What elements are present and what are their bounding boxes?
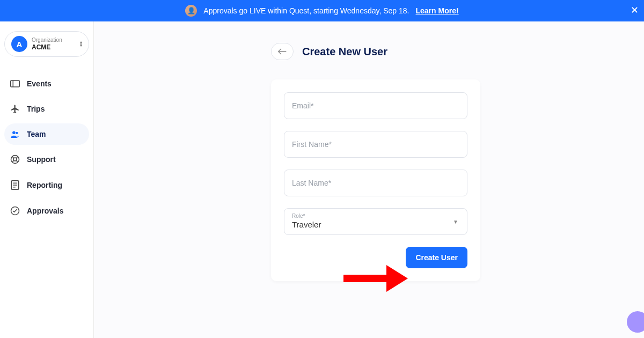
sidebar-item-events[interactable]: Events [4, 73, 89, 94]
sidebar-item-trips[interactable]: Trips [4, 98, 89, 120]
chevron-updown-icon: ▴▾ [80, 41, 82, 48]
sidebar-item-label: Trips [27, 105, 45, 113]
lastname-field[interactable] [284, 170, 467, 196]
document-icon [10, 180, 20, 190]
sidebar-item-support[interactable]: Support [4, 148, 89, 171]
chat-bubble-icon[interactable] [627, 311, 644, 333]
sidebar: A Organization ACME ▴▾ Events Trips [0, 21, 94, 338]
svg-point-2 [16, 132, 18, 134]
role-select-label: Role* [292, 213, 459, 219]
banner-text: Approvals go LIVE within Quest, starting… [203, 6, 409, 15]
sidebar-item-label: Support [27, 155, 56, 164]
back-button[interactable] [271, 43, 294, 60]
sidebar-item-label: Events [27, 79, 52, 88]
firstname-field[interactable] [284, 131, 467, 158]
close-icon[interactable]: ✕ [631, 5, 639, 15]
sidebar-item-label: Approvals [27, 207, 63, 215]
sidebar-item-label: Team [27, 130, 46, 138]
org-label: Organization [32, 37, 76, 43]
avatar-icon: 👤 [185, 5, 197, 17]
org-name: ACME [32, 43, 76, 51]
svg-point-1 [12, 131, 16, 134]
sidebar-item-label: Reporting [27, 181, 62, 189]
support-icon [10, 155, 20, 164]
announcement-banner: 👤 Approvals go LIVE within Quest, starti… [0, 0, 644, 21]
page-title: Create New User [302, 46, 387, 58]
ticket-icon [10, 80, 20, 87]
svg-point-4 [13, 158, 17, 161]
plane-icon [10, 104, 20, 114]
sidebar-item-reporting[interactable]: Reporting [4, 174, 89, 196]
arrow-left-icon [278, 48, 287, 55]
sidebar-nav: Events Trips Team Support [4, 73, 89, 222]
sidebar-item-team[interactable]: Team [4, 123, 89, 145]
create-user-form: Role* Traveler ▼ Create User [271, 79, 480, 281]
org-badge: A [11, 36, 27, 52]
learn-more-link[interactable]: Learn More! [416, 6, 459, 15]
org-selector[interactable]: A Organization ACME ▴▾ [4, 31, 89, 57]
sidebar-item-approvals[interactable]: Approvals [4, 200, 89, 222]
team-icon [10, 130, 20, 138]
main-content: Create New User Role* Traveler ▼ Create … [94, 21, 644, 338]
role-select-value: Traveler [292, 220, 459, 229]
role-select[interactable]: Role* Traveler ▼ [284, 208, 467, 235]
svg-rect-0 [11, 80, 20, 87]
chevron-down-icon: ▼ [453, 219, 458, 225]
create-user-button[interactable]: Create User [406, 247, 467, 268]
check-circle-icon [10, 206, 20, 216]
email-field[interactable] [284, 92, 467, 119]
page-header: Create New User [271, 43, 644, 60]
